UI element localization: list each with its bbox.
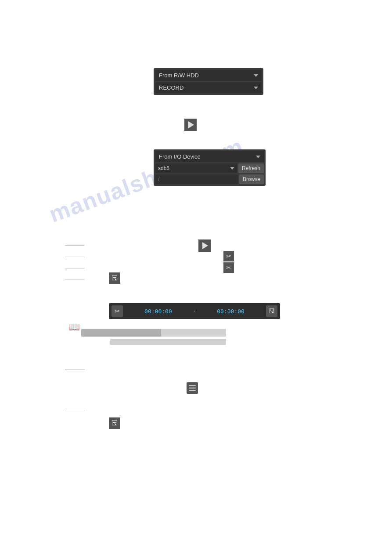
separator-line-3 (65, 268, 85, 268)
io-source-label: From I/O Device (159, 153, 201, 160)
list-line-2 (189, 388, 196, 388)
timeline-cut-button[interactable]: ✂ (111, 305, 123, 317)
progress-bar-2 (110, 339, 226, 345)
play-button-second[interactable] (198, 239, 211, 252)
book-glyph: 📖 (69, 322, 80, 332)
top-dropdown-panel: From R/W HDD RECORD (154, 68, 263, 95)
save-icon-top-glyph: 🖫 (111, 274, 118, 282)
save-button-top[interactable]: 🖫 (109, 272, 120, 284)
list-button[interactable] (187, 382, 198, 394)
io-device-arrow (230, 167, 234, 170)
cut-button-2[interactable]: ✂ (223, 262, 234, 273)
io-source-arrow (256, 156, 260, 158)
list-icon (189, 385, 196, 391)
play-arrow-icon-2 (202, 242, 208, 249)
play-button-top[interactable] (184, 119, 197, 131)
io-device-dropdown[interactable]: sdb5 (155, 163, 237, 173)
save-icon-bottom-glyph: 🖫 (111, 419, 118, 427)
separator-line-5 (65, 369, 85, 370)
timeline-start-time: 00:00:00 (126, 308, 190, 315)
list-line-3 (189, 390, 196, 391)
timeline-save-button[interactable]: 🖫 (266, 305, 277, 317)
page-content: manualshive.com From R/W HDD RECORD From… (0, 0, 392, 555)
separator-line-2 (65, 257, 85, 257)
source-dropdown[interactable]: From R/W HDD (155, 70, 262, 81)
timeline-dash: - (194, 308, 195, 315)
refresh-button[interactable]: Refresh (238, 163, 264, 173)
cut-icon-2-glyph: ✂ (226, 264, 231, 271)
separator-line-6 (65, 411, 85, 411)
separator-line-1 (65, 245, 85, 246)
mode-label: RECORD (159, 84, 183, 91)
save-button-bottom[interactable]: 🖫 (109, 417, 120, 429)
timeline-save-icon: 🖫 (269, 308, 275, 315)
cut-button-1[interactable]: ✂ (223, 251, 234, 261)
io-device-label: sdb5 (158, 165, 169, 171)
timeline-bar: ✂ 00:00:00 - 00:00:00 🖫 (109, 303, 280, 319)
io-source-dropdown[interactable]: From I/O Device (155, 151, 264, 162)
mode-dropdown[interactable]: RECORD (155, 82, 262, 93)
timeline-end-time: 00:00:00 (199, 308, 263, 315)
separator-line-4 (65, 279, 85, 280)
io-action-buttons: Refresh (238, 163, 264, 173)
progress-area (81, 329, 226, 345)
timeline-cut-icon: ✂ (115, 308, 120, 315)
progress-bar-1-fill (81, 329, 161, 337)
io-path-value: / (158, 176, 159, 182)
cut-icon-1-glyph: ✂ (226, 253, 231, 260)
list-line-1 (189, 385, 196, 386)
source-dropdown-arrow (254, 74, 258, 77)
play-arrow-icon (188, 121, 194, 128)
io-browse-buttons: Browse (239, 174, 264, 184)
source-label: From R/W HDD (159, 72, 199, 79)
io-path-field[interactable]: / (155, 174, 238, 184)
io-device-panel: From I/O Device sdb5 Refresh / Browse (154, 149, 266, 186)
progress-bar-1 (81, 329, 226, 337)
mode-dropdown-arrow (254, 87, 258, 89)
browse-button[interactable]: Browse (239, 174, 264, 184)
book-icon[interactable]: 📖 (68, 321, 80, 333)
